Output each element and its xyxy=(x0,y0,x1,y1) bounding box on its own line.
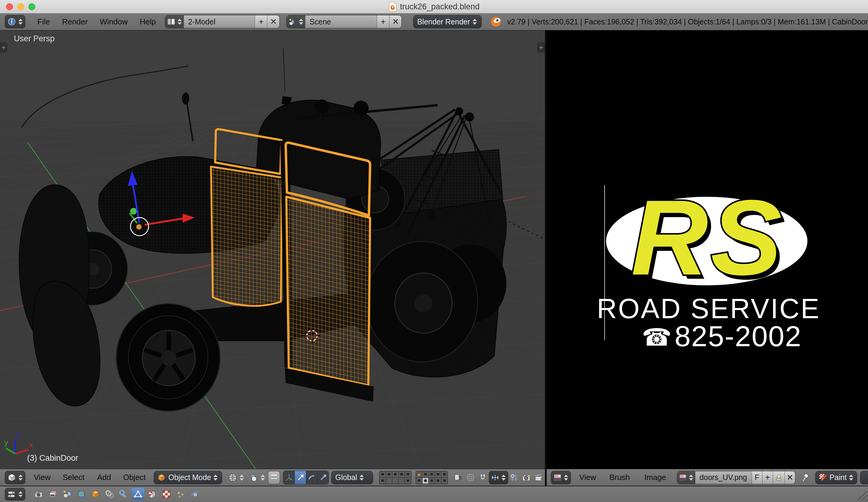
menu-view[interactable]: View xyxy=(34,473,51,482)
scene-datablock: Scene + ✕ xyxy=(286,15,402,28)
mesh-data-tab-icon xyxy=(134,490,143,498)
new-image-button[interactable]: + xyxy=(762,471,773,484)
blend-file-icon xyxy=(389,1,397,12)
paint-mode-icon xyxy=(819,474,827,481)
scene-icon-part[interactable] xyxy=(287,15,305,28)
tab-object-data[interactable] xyxy=(132,488,144,501)
object-mode-icon xyxy=(158,474,165,481)
opengl-render-image-button[interactable] xyxy=(520,471,533,484)
manipulator-translate-button[interactable] xyxy=(295,471,306,484)
editor-type-selector-image[interactable] xyxy=(551,471,571,484)
info-icon xyxy=(8,18,16,26)
menu-select[interactable]: Select xyxy=(63,473,84,482)
image-datablock-icon xyxy=(679,474,686,481)
properties-tabs xyxy=(32,488,201,501)
traffic-lights xyxy=(6,0,35,13)
render-tab-icon xyxy=(34,490,43,498)
screen-layout-arrows xyxy=(177,19,182,25)
render-engine-dropdown[interactable]: Blender Render xyxy=(413,15,481,28)
uv-image-editor[interactable]: RS RS ROAD SERVICE ☎ 825-2002 xyxy=(547,30,868,469)
scene-tab-icon xyxy=(63,490,72,498)
3d-viewport[interactable]: z y x User Persp (3) CabinDoor + + xyxy=(0,30,545,469)
scene-add-button[interactable]: + xyxy=(377,15,389,28)
image-canvas: RS RS ROAD SERVICE ☎ 825-2002 xyxy=(547,30,868,469)
menu-file[interactable]: File xyxy=(37,17,50,27)
editor-type-selector-info[interactable] xyxy=(5,15,25,28)
close-window-button[interactable] xyxy=(6,3,13,10)
toolshelf-expand-button[interactable]: + xyxy=(0,42,7,53)
scene-delete-button[interactable]: ✕ xyxy=(389,15,402,28)
axis-z-label: z xyxy=(16,431,20,440)
image-mode-dropdown[interactable]: Paint xyxy=(815,471,857,484)
unlink-image-button[interactable]: ✕ xyxy=(785,471,795,484)
scene-name[interactable]: Scene xyxy=(305,15,377,28)
menu-add[interactable]: Add xyxy=(97,473,111,482)
tab-modifiers[interactable] xyxy=(117,488,130,501)
scene-icon xyxy=(289,18,297,25)
blender-logo-icon xyxy=(489,15,503,28)
screen-layout-add-button[interactable]: + xyxy=(255,15,267,28)
lock-to-scene-button[interactable] xyxy=(452,471,464,484)
tab-physics[interactable] xyxy=(188,488,201,501)
screen-layout-icon-part[interactable] xyxy=(165,15,184,28)
tab-material[interactable] xyxy=(146,488,158,501)
properties-editor-icon xyxy=(8,490,16,498)
snap-increment-icon xyxy=(491,474,499,481)
tab-object[interactable] xyxy=(89,488,102,501)
proportional-edit-button[interactable] xyxy=(464,471,477,484)
menu-window[interactable]: Window xyxy=(100,17,127,27)
image-mode-label: Paint xyxy=(829,473,847,482)
render-layers-tab-icon xyxy=(49,490,58,498)
constraints-tab-icon xyxy=(105,490,114,498)
layers-group-2[interactable] xyxy=(416,471,448,484)
transform-orientation-dropdown[interactable]: Global xyxy=(331,471,373,484)
window-title: truck26_packed.blend xyxy=(400,2,479,11)
mode-dropdown[interactable]: Object Mode xyxy=(154,471,223,484)
tab-world[interactable] xyxy=(75,488,88,501)
snap-element-dropdown[interactable] xyxy=(489,471,508,484)
window-title-group: truck26_packed.blend xyxy=(389,1,479,12)
snap-target-button[interactable] xyxy=(508,471,520,484)
properties-expand-button[interactable]: + xyxy=(537,42,545,53)
tab-render-layers[interactable] xyxy=(47,488,59,501)
menu-help[interactable]: Help xyxy=(140,17,156,27)
menu-render[interactable]: Render xyxy=(62,17,88,27)
menu-image-view[interactable]: View xyxy=(579,473,596,482)
phone-icon: ☎ xyxy=(642,324,672,351)
physics-tab-icon xyxy=(190,490,199,498)
pack-image-button[interactable] xyxy=(773,471,785,484)
object-tab-icon xyxy=(91,490,100,498)
screen-layout-delete-button[interactable]: ✕ xyxy=(267,15,279,28)
image-datablock-icon-part[interactable] xyxy=(677,471,695,484)
layers-group-1[interactable] xyxy=(379,471,411,484)
tab-texture[interactable] xyxy=(160,488,173,501)
image-name-field[interactable]: doors_UV.png xyxy=(695,471,752,484)
menu-object[interactable]: Object xyxy=(123,473,146,482)
opengl-render-animation-button[interactable] xyxy=(533,471,545,484)
fake-user-button[interactable]: F xyxy=(752,471,762,484)
snap-toggle-button[interactable] xyxy=(476,471,489,484)
roof-spotlight xyxy=(353,101,369,116)
tab-render[interactable] xyxy=(32,488,45,501)
screen-layout-icon xyxy=(167,18,175,25)
clipped-header-button[interactable] xyxy=(860,471,868,484)
tab-constraints[interactable] xyxy=(103,488,116,501)
manipulator-axes-button[interactable] xyxy=(283,471,295,484)
tab-particles[interactable] xyxy=(174,488,187,501)
screen-layout-name[interactable]: 2-Model xyxy=(184,15,255,28)
pivot-point-dropdown[interactable] xyxy=(246,471,268,484)
manipulator-toggle-button[interactable] xyxy=(268,471,280,484)
menu-brush[interactable]: Brush xyxy=(609,473,630,482)
minimize-window-button[interactable] xyxy=(17,3,24,10)
tab-scene[interactable] xyxy=(61,488,74,501)
editor-type-selector-3dview[interactable] xyxy=(5,471,25,484)
3d-view-icon xyxy=(8,473,16,482)
menu-image[interactable]: Image xyxy=(644,473,666,482)
manipulator-scale-button[interactable] xyxy=(318,471,329,484)
manipulator-rotate-button[interactable] xyxy=(306,471,318,484)
viewport-shading-dropdown[interactable] xyxy=(226,471,246,484)
pin-image-button[interactable] xyxy=(800,471,811,484)
zoom-window-button[interactable] xyxy=(28,3,35,10)
texture-tab-icon xyxy=(162,490,170,498)
editor-type-selector-properties[interactable] xyxy=(5,488,25,501)
